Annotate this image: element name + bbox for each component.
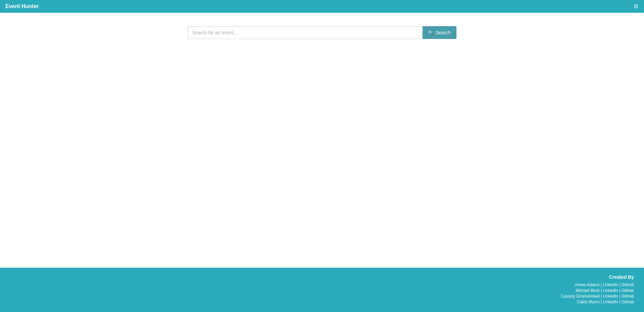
footer-creator-3: Cassidy Groenendaal | LinkedIn | GitHub <box>561 294 634 299</box>
app-footer: Created By Anees Adams | LinkedIn | GitH… <box>0 268 644 312</box>
creator-3-name: Cassidy Groenendaal <box>561 294 599 299</box>
creator-4-github[interactable]: GitHub <box>622 300 634 304</box>
search-button[interactable]: 🔍 Search <box>423 26 456 39</box>
main-content: 🔍 Search <box>0 13 644 268</box>
creator-2-name: Michael Beck <box>576 288 599 293</box>
footer-creator-4: Caleb Myers | LinkedIn | GitHub <box>577 300 634 304</box>
creator-3-linkedin[interactable]: LinkedIn <box>603 294 618 299</box>
creator-2-linkedin[interactable]: LinkedIn <box>603 288 618 293</box>
creator-1-name: Anees Adams <box>575 282 600 287</box>
creator-4-linkedin[interactable]: LinkedIn <box>603 300 618 304</box>
footer-creator-1: Anees Adams | LinkedIn | GitHub <box>575 282 634 287</box>
footer-created-by-label: Created By <box>609 274 634 280</box>
creator-1-github[interactable]: GitHub <box>622 282 634 287</box>
search-container: 🔍 Search <box>188 26 456 39</box>
creator-2-github[interactable]: GitHub <box>622 288 634 293</box>
app-title: Event Hunter <box>5 3 39 9</box>
settings-icon[interactable]: ⚙ <box>633 3 639 10</box>
search-button-label: Search <box>436 30 450 35</box>
creator-4-name: Caleb Myers <box>577 300 599 304</box>
creator-1-linkedin[interactable]: LinkedIn <box>603 282 618 287</box>
search-input[interactable] <box>188 26 423 39</box>
footer-creator-2: Michael Beck | LinkedIn | GitHub <box>576 288 634 293</box>
creator-3-github[interactable]: GitHub <box>622 294 634 299</box>
app-header: Event Hunter ⚙ <box>0 0 644 13</box>
search-icon: 🔍 <box>428 30 434 35</box>
